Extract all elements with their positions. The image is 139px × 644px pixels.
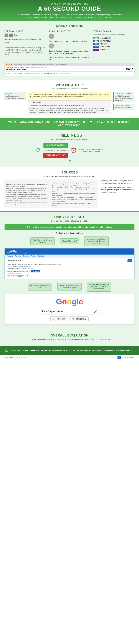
nyt-logo: The New York Times bbox=[6, 68, 49, 71]
author-bio-detail: He joined The Times in 1981, covering co… bbox=[29, 107, 110, 114]
personal-pages-title: Personal Pages bbox=[4, 30, 46, 32]
alexa-recent-searches: Recent Searches: huffington post radar.c… bbox=[7, 264, 132, 265]
nav-arts: ARTS bbox=[66, 73, 69, 74]
current-topics-badge: Current Topics bbox=[43, 143, 68, 148]
url-grid: Personal Pages f i %~ Not always reliabl… bbox=[4, 30, 135, 61]
timeliness-middle: Current Topics Publishing dates are impo… bbox=[43, 143, 68, 158]
clock-icon-right: ⏰ bbox=[71, 148, 77, 153]
alexa-get-details-btn[interactable]: Get Details bbox=[31, 270, 40, 272]
flow-box-2-step1: Type link: into Google search box bbox=[28, 283, 52, 290]
nav-world: WORLD bbox=[6, 73, 10, 74]
domain-label-com: COMMERCIAL bbox=[100, 37, 111, 39]
domain-title: Type of Domain bbox=[93, 30, 135, 32]
alexa-search-button[interactable]: 🔍 bbox=[128, 260, 132, 262]
clock-icon-left: ⏱ bbox=[36, 148, 40, 153]
google-search-button[interactable]: Google Search bbox=[50, 316, 68, 321]
bottom-annotation: Look for info on their education and exp… bbox=[113, 104, 135, 110]
who-wrote-section: Who Wrote It? Find out who is accountabl… bbox=[0, 80, 139, 118]
footer-sources-label: Sources: bbox=[4, 356, 10, 358]
alexa-nav-siteinfo[interactable]: Site Info bbox=[23, 255, 29, 257]
domain-row-edu: .EDU EDUCATIONAL bbox=[93, 40, 135, 42]
alexa-sites-linking: Sites Linking In: 216 527 bbox=[7, 276, 132, 278]
domain-label-org: NONPROFIT bbox=[100, 49, 109, 50]
domain-row-mil: .MIL MILITARY bbox=[93, 43, 135, 45]
google-feeling-lucky-button[interactable]: I'm Feeling Lucky bbox=[69, 316, 89, 321]
alexa-header: a a alexa The Web Information Company bbox=[5, 249, 134, 254]
person2-icon: i bbox=[9, 34, 13, 37]
alexa-nav-toolbar[interactable]: Toolbar bbox=[31, 255, 36, 257]
browser-mockup: www.nytimes.com/2013/09/24/health/gene-t… bbox=[4, 63, 135, 76]
footer-sources-url: www.lee.edu, lib.berkeley.edu bbox=[10, 356, 28, 358]
browser-close-btn bbox=[6, 64, 7, 65]
overall-section: Overall Evaluation Once you have reviewe… bbox=[0, 330, 139, 346]
whois-text: WhatIsHostingThis? bbox=[122, 356, 135, 358]
nav-science: SCIENCE bbox=[41, 73, 46, 74]
nav-ny: N.Y./REGION bbox=[15, 73, 22, 74]
find-linking: Find out who is linking to them: bbox=[4, 232, 135, 234]
author-highlight-box: Terri Ellsworth is convinced that her 13… bbox=[28, 92, 111, 99]
overall-footer-text: Since the Internet is open to everyone, … bbox=[10, 349, 135, 352]
alexa-nav-dashboard[interactable]: Dashboard bbox=[38, 255, 45, 257]
timeliness-row: ⏱ Current Topics Publishing dates are im… bbox=[4, 143, 135, 158]
browser-url-bar: www.nytimes.com/2013/09/24/health/gene-t… bbox=[14, 64, 67, 65]
alexa-body: 🔍 Recent Searches: huffington post radar… bbox=[5, 258, 134, 279]
sources-grid: References Amerstron, D. E. & Helgland, … bbox=[4, 180, 135, 208]
google-o2: o bbox=[67, 297, 72, 306]
author-bio-name: Andrew Pollack bbox=[29, 102, 110, 104]
links-sub: Links from other reliable sites show cre… bbox=[4, 220, 135, 222]
google-e: e bbox=[79, 297, 83, 306]
footer-sources-text: Sources: www.lee.edu, lib.berkeley.edu bbox=[4, 356, 28, 358]
alexa-nav-products[interactable]: Products bbox=[7, 255, 12, 257]
who-wrote-left: Find the author/organization responsible… bbox=[4, 92, 26, 115]
who-wrote-grid: Find the author/organization responsible… bbox=[4, 92, 135, 115]
flow-arrow-4: → bbox=[83, 285, 86, 288]
domain-row-com: .COM COMMERCIAL bbox=[93, 37, 135, 39]
flow-row-2: Type link: into Google search box → Past… bbox=[4, 282, 135, 292]
who-published-text1: Find the agency or person that published… bbox=[49, 40, 90, 42]
browser-maximize-btn bbox=[10, 64, 12, 65]
author-bio-text: Andy Pollack has covered the business an… bbox=[29, 104, 110, 107]
flow-arrow-2: → bbox=[80, 239, 83, 243]
nav-sports: SPORTS bbox=[53, 73, 58, 74]
alexa-mockup: a a alexa The Web Information Company Pr… bbox=[4, 248, 135, 280]
who-wrote-title: Who Wrote It? bbox=[4, 83, 135, 87]
nyt-section-title: Health bbox=[125, 68, 133, 70]
google-buttons: Google Search I'm Feeling Lucky bbox=[7, 316, 132, 321]
whois-badge: W bbox=[118, 356, 121, 359]
nav-technology: TECHNOLOGY bbox=[31, 73, 39, 74]
evaluate-text: Evaluate what you know about them and de… bbox=[4, 120, 135, 127]
domain-badge-org: .ORG bbox=[93, 48, 99, 51]
personal-pages-col: Personal Pages f i %~ Not always reliabl… bbox=[4, 30, 46, 56]
nyt-header: HOME PAGE TODAY'S PAPER VIDEO MOST POPUL… bbox=[6, 67, 133, 72]
who-published-text2: Be more skeptical in regard of the autho… bbox=[49, 50, 90, 55]
flow-arrow-3: → bbox=[53, 285, 56, 288]
google-microphone-icon: 🎤 bbox=[94, 310, 97, 313]
domain-badge-edu: .EDU bbox=[93, 40, 99, 42]
google-g2: g bbox=[72, 297, 76, 306]
timeliness-section: Timeliness An outdated source is not alw… bbox=[0, 130, 139, 168]
question-icon: ? bbox=[49, 34, 54, 39]
references-box: References Amerstron, D. E. & Helgland, … bbox=[4, 180, 98, 208]
footer-sources: Sources: www.lee.edu, lib.berkeley.edu W… bbox=[0, 355, 139, 360]
alexa-search-input[interactable] bbox=[7, 259, 126, 262]
flow-arrow-1: → bbox=[56, 239, 59, 243]
personal-pages-text: Not always reliable, so try to learn mor… bbox=[4, 38, 46, 44]
date-note: Date should be near the time the content… bbox=[79, 148, 103, 152]
alexa-nav-topsites[interactable]: Top Sites bbox=[15, 255, 21, 257]
domain-row-org: .ORG NONPROFIT bbox=[93, 48, 135, 51]
timeliness-title: Timeliness bbox=[4, 133, 135, 138]
right-annotation: Look for a link or button about Us/Backg… bbox=[113, 92, 135, 102]
browser-minimize-btn bbox=[8, 64, 10, 65]
domain-label-mil: MILITARY bbox=[100, 43, 107, 45]
timeliness-sub: An outdated source is not always credibl… bbox=[4, 138, 135, 140]
sources-title: Sources bbox=[4, 170, 135, 174]
links-title: Links to the Site bbox=[4, 215, 135, 219]
sources-note2: If the content is reproduced from anothe… bbox=[101, 186, 135, 194]
left-annotation: Find the author/organization responsible… bbox=[4, 92, 26, 100]
google-search-input[interactable] bbox=[42, 310, 94, 312]
nyt-nav-items: HOME PAGE TODAY'S PAPER VIDEO MOST POPUL… bbox=[6, 67, 49, 68]
nav-today-paper: TODAY'S PAPER bbox=[14, 67, 24, 68]
nav-business: BUSINESS bbox=[24, 73, 30, 74]
sources-sub: Look at how sources are cited and what t… bbox=[4, 175, 135, 178]
type-of-domain-col: Type of Domain The domain type should ma… bbox=[93, 30, 135, 52]
